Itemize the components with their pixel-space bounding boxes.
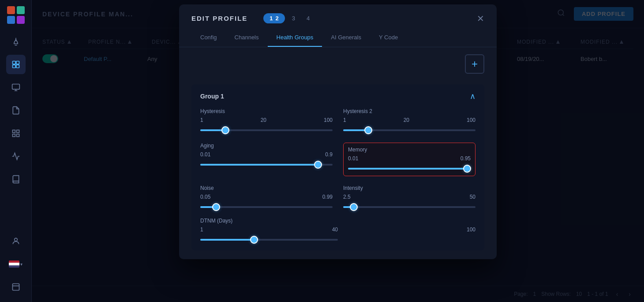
- tab-health-groups[interactable]: Health Groups: [268, 29, 322, 47]
- svg-point-14: [14, 238, 17, 241]
- modal-tabs: Config Channels Health Groups AI General…: [179, 29, 497, 47]
- slider-aging-label: Aging: [200, 143, 333, 149]
- group-header: Group 1 ∧: [200, 91, 476, 101]
- slider-memory-label: Memory: [348, 147, 471, 153]
- slider-intensity-range: 2.5 50: [343, 194, 476, 200]
- slider-hysteresis2-range: 1 20 100: [343, 117, 476, 123]
- slider-hysteresis-label: Hysteresis: [200, 108, 333, 114]
- svg-point-4: [15, 39, 16, 41]
- slider-memory: Memory 0.01 0.95: [343, 143, 476, 176]
- slider-dtnm-track[interactable]: [200, 239, 338, 241]
- modal-header: EDIT PROFILE 1 2 3 4 ✕: [179, 4, 497, 23]
- slider-aging-range: 0.01 0.9: [200, 151, 333, 158]
- group-collapse-button[interactable]: ∧: [470, 91, 476, 101]
- tab-config[interactable]: Config: [191, 29, 226, 47]
- slider-noise: Noise 0.05 0.99: [200, 185, 333, 211]
- main-content: DEVICE PROFILE MAN... ADD PROFILE STATUS…: [32, 0, 644, 302]
- svg-rect-15: [12, 284, 19, 291]
- svg-rect-0: [7, 6, 15, 14]
- modal-close-button[interactable]: ✕: [477, 14, 484, 23]
- group-card: Group 1 ∧ Hysteresis 1 20 100: [191, 84, 484, 250]
- svg-rect-3: [17, 16, 25, 24]
- step-2[interactable]: 2: [276, 15, 279, 22]
- sidebar: ▾: [0, 0, 32, 302]
- sidebar-item-layers[interactable]: [6, 55, 26, 74]
- sidebar-item-analytics[interactable]: [6, 147, 26, 166]
- svg-rect-10: [12, 130, 15, 133]
- slider-hysteresis2-label: Hysteresis 2: [343, 108, 476, 114]
- sidebar-item-rocket[interactable]: [6, 32, 26, 51]
- tab-ai-generals[interactable]: AI Generals: [322, 29, 370, 47]
- slider-memory-range: 0.01 0.95: [348, 155, 471, 162]
- svg-rect-9: [12, 84, 19, 90]
- modal-body: + Group 1 ∧ Hysteresis 1: [179, 47, 497, 259]
- slider-noise-range: 0.05 0.99: [200, 194, 333, 200]
- svg-rect-5: [12, 61, 15, 64]
- modal-overlay: EDIT PROFILE 1 2 3 4 ✕ Config Channels H…: [32, 0, 644, 302]
- slider-hysteresis-range: 1 20 100: [200, 117, 333, 123]
- sidebar-item-user[interactable]: [6, 231, 26, 251]
- svg-rect-2: [7, 16, 15, 24]
- sidebar-item-monitor[interactable]: [6, 78, 26, 97]
- modal-title: EDIT PROFILE: [191, 15, 247, 22]
- slider-hysteresis: Hysteresis 1 20 100: [200, 108, 333, 134]
- slider-intensity-label: Intensity: [343, 185, 476, 191]
- group-title: Group 1: [200, 93, 224, 100]
- slider-dtnm: DTNM (Days) 1 40 100: [200, 218, 476, 243]
- slider-dtnm-container: DTNM (Days) 1 40 100: [200, 218, 476, 243]
- slider-hysteresis-track[interactable]: [200, 129, 333, 131]
- step-3[interactable]: 3: [288, 13, 300, 23]
- sidebar-item-grid[interactable]: [6, 124, 26, 143]
- svg-rect-12: [12, 134, 15, 137]
- svg-rect-6: [16, 61, 19, 64]
- svg-rect-1: [17, 6, 25, 14]
- sidebar-item-panel[interactable]: [6, 277, 26, 297]
- step-indicators: 1 2 3 4: [263, 13, 314, 23]
- slider-hysteresis2: Hysteresis 2 1 20 100: [343, 108, 476, 134]
- tab-y-code[interactable]: Y Code: [370, 29, 407, 47]
- slider-aging: Aging 0.01 0.9: [200, 143, 333, 176]
- slider-intensity: Intensity 2.5 50: [343, 185, 476, 211]
- add-group-button[interactable]: +: [465, 54, 484, 74]
- slider-dtnm-range: 1 40 100: [200, 226, 476, 233]
- chevron-down-icon: ▾: [20, 262, 22, 267]
- slider-dtnm-label: DTNM (Days): [200, 218, 476, 224]
- tab-channels[interactable]: Channels: [226, 29, 268, 47]
- step-4[interactable]: 4: [302, 13, 314, 23]
- sidebar-logo: [6, 5, 26, 25]
- step-group-active: 1 2: [263, 13, 285, 23]
- slider-intensity-track[interactable]: [343, 206, 476, 208]
- slider-noise-track[interactable]: [200, 206, 333, 208]
- sidebar-bottom: ▾: [6, 231, 26, 297]
- sidebar-item-library[interactable]: [6, 170, 26, 189]
- svg-rect-13: [16, 134, 19, 137]
- svg-rect-11: [16, 130, 19, 133]
- slider-aging-track[interactable]: [200, 164, 333, 166]
- sidebar-item-document[interactable]: [6, 101, 26, 120]
- slider-noise-label: Noise: [200, 185, 333, 191]
- sliders-grid: Hysteresis 1 20 100: [200, 108, 476, 211]
- flag-icon: [9, 260, 19, 268]
- svg-rect-7: [12, 65, 15, 68]
- edit-profile-modal: EDIT PROFILE 1 2 3 4 ✕ Config Channels H…: [179, 4, 497, 259]
- svg-rect-8: [16, 65, 19, 68]
- sidebar-item-flag[interactable]: ▾: [6, 254, 26, 274]
- slider-hysteresis2-track[interactable]: [343, 129, 476, 131]
- step-1[interactable]: 1: [270, 15, 273, 22]
- slider-memory-track[interactable]: [348, 168, 471, 170]
